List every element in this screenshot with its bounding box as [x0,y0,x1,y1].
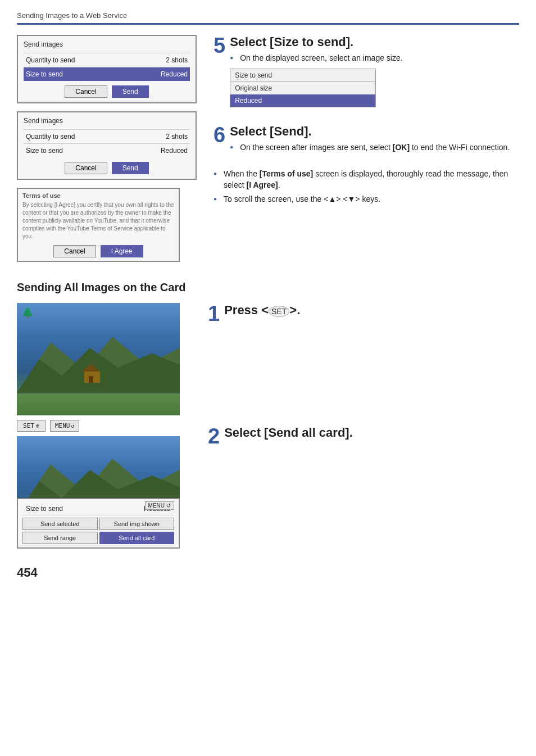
mountain-svg [17,325,180,393]
step-5-block: 5 Select [Size to send]. On the displaye… [214,35,519,112]
left-column: Send images Quantity to send 2 shots Siz… [17,35,197,270]
extra-bullet-2: To scroll the screen, use the <▲> <▼> ke… [214,194,519,205]
menu-screen: MENU ↺ Size to send Reduced Send selecte… [17,498,180,549]
cancel-button-2[interactable]: Cancel [65,162,107,174]
dropdown-original-size[interactable]: Original size [230,82,375,94]
cam-row-size-1: Size to send Reduced [24,67,190,81]
step-6-bullet-1: On the screen after images are sent, sel… [230,142,510,153]
dropdown-title: Size to send [230,69,375,82]
breadcrumb: Sending Images to a Web Service [17,11,519,20]
terms-body: By selecting [I Agree] you certify that … [22,201,174,241]
quantity-label-2: Quantity to send [26,133,75,141]
step-1-title: Press <SET>. [224,303,300,318]
set-label-1: SET [23,422,34,429]
step-5-title: Select [Size to send]. [230,35,403,49]
send-range-button[interactable]: Send range [22,532,98,544]
cam-buttons-1: Cancel Send [24,85,190,98]
set-badge: SET [269,306,289,317]
menu-top-arrow: ↺ [166,503,171,509]
cam-row-quantity-2: Quantity to send 2 shots [24,129,190,143]
send-img-shown-button[interactable]: Send img shown [99,518,175,530]
cam-row-size-2: Size to send Reduced [24,143,190,157]
extra-bullets: When the [Terms of use] screen is displa… [214,169,519,205]
set-button-1[interactable]: SET ⊕ [17,420,46,432]
cam-row-quantity-1: Quantity to send 2 shots [24,53,190,67]
size-label-2: Size to send [26,147,63,155]
photo-card-1-inner: 🌲 [17,303,180,415]
photo-card-2-container: MENU ↺ Size to send Reduced Send selecte… [17,436,197,549]
menu-label-1: MENU [55,422,70,429]
page-number: 454 [17,565,519,580]
send-button-2[interactable]: Send [112,162,149,174]
size-value-1: Reduced [161,70,188,78]
step-6-bullets: On the screen after images are sent, sel… [230,142,510,153]
step-1-block: 1 Press <SET>. [208,303,519,324]
step-6-block: 6 Select [Send]. On the screen after ima… [214,124,519,157]
step-5-number: 5 [214,35,225,56]
foreground-green [17,394,180,415]
size-label-1: Size to send [26,70,63,78]
bottom-section: 🌲 SET ⊕ MENU [17,303,519,549]
terms-screen: Terms of use By selecting [I Agree] you … [17,188,180,262]
step-6-number: 6 [214,124,225,146]
dropdown-reduced[interactable]: Reduced [230,94,375,107]
cam-buttons-2: Cancel Send [24,162,190,174]
cam-screen-1-title: Send images [24,40,190,48]
send-all-card-button[interactable]: Send all card [99,532,175,544]
terms-agree-button[interactable]: I Agree [101,245,143,257]
menu-button-1[interactable]: MENU ↺ [50,420,80,432]
cam-screen-2-title: Send images [24,117,190,125]
photo-controls-1: SET ⊕ MENU ↺ [17,420,197,432]
size-dropdown: Size to send Original size Reduced [230,69,376,107]
main-content: Send images Quantity to send 2 shots Siz… [17,35,519,270]
send-button-1[interactable]: Send [112,85,149,98]
cam-screen-1: Send images Quantity to send 2 shots Siz… [17,35,197,103]
step-5-bullet-1: On the displayed screen, select an image… [230,53,403,64]
terms-buttons: Cancel I Agree [22,245,174,257]
terms-title: Terms of use [22,192,174,199]
photo-card-1: 🌲 [17,303,180,415]
quantity-value-2: 2 shots [166,133,188,141]
svg-rect-4 [89,376,93,383]
menu-grid: Send selected Send img shown Send range … [22,518,174,544]
bottom-right-column: 1 Press <SET>. 2 Select [Send all card]. [208,303,519,459]
send-selected-button[interactable]: Send selected [22,518,98,530]
tree-icon: 🌲 [21,306,34,319]
step-5-bullets: On the displayed screen, select an image… [230,53,403,64]
blue-divider [17,23,519,25]
step-2-block: 2 Select [Send all card]. [208,425,519,447]
terms-cancel-button[interactable]: Cancel [53,245,96,257]
quantity-label-1: Quantity to send [26,56,75,64]
set-icon-1: ⊕ [36,423,39,429]
cam-screen-2: Send images Quantity to send 2 shots Siz… [17,111,197,180]
menu-arrow-1: ↺ [71,423,74,429]
cancel-button-1[interactable]: Cancel [65,85,107,98]
quantity-value-1: 2 shots [166,56,188,64]
step-6-title: Select [Send]. [230,124,510,139]
right-column: 5 Select [Size to send]. On the displaye… [214,35,519,270]
menu-top-bar: MENU ↺ [145,501,174,510]
step-2-title: Select [Send all card]. [224,425,353,440]
bottom-left-column: 🌲 SET ⊕ MENU [17,303,197,549]
menu-size-label: Size to send [26,505,63,513]
section-heading: Sending All Images on the Card [17,281,519,294]
step-1-number: 1 [208,303,220,324]
step-2-number: 2 [208,425,220,447]
size-value-2: Reduced [161,147,188,155]
menu-top-label: MENU [148,503,165,509]
extra-bullet-1: When the [Terms of use] screen is displa… [214,169,519,191]
